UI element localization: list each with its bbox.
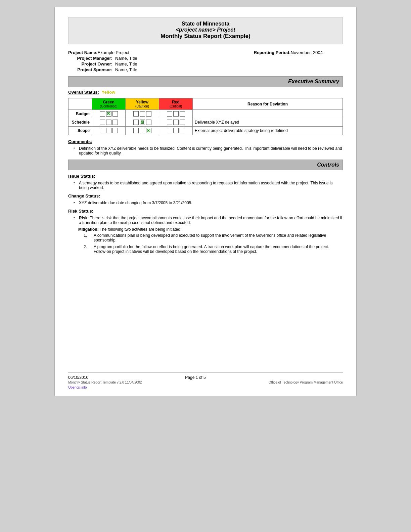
mitigation-list: A communications plan is being developed… [78,233,343,254]
risk-item-1: Risk: There is risk that the project acc… [75,216,343,225]
footer: 06/10/2010 Page 1 of 5 Monthly Status Re… [68,372,343,389]
scope-green [92,127,126,135]
scope-reason: External project deliverable strategy be… [193,127,343,135]
budget-label: Budget [68,110,92,118]
project-owner-value: Name, Title [115,61,137,66]
change-item-1: XYZ deliverable due date changing from 3… [75,201,343,205]
mitigation-prefix: Mitigation: [78,227,99,232]
schedule-label: Schedule [68,118,92,127]
mitigation-text: The following two activities are being i… [99,227,182,232]
reporting-period-value: November, 2004 [291,50,323,55]
budget-green-cb1 [100,111,105,117]
footer-bottom: Monthly Status Report Template v 2.0 11/… [68,381,343,384]
header-line1: State of Minnesota [75,21,336,27]
budget-yellow [126,110,159,118]
schedule-green-cb1 [100,120,105,125]
schedule-yellow-cb3 [146,120,151,125]
reporting-period-label: Reporting Period: [254,50,291,55]
schedule-green [92,118,126,127]
overall-status-value: Yellow [102,90,115,95]
issue-status-label: Issue Status: [68,174,343,179]
scope-red-cb3 [180,128,185,133]
project-owner-label: Project Owner: [68,61,115,66]
footer-date: 06/10/2010 [68,375,88,380]
schedule-yellow-cb2: ☒ [140,120,145,125]
controls-title: Controls [317,162,339,168]
project-name-label: Project Name: [68,50,97,55]
scope-red-cb1 [167,128,172,133]
project-name-value: Example Project [97,50,129,55]
schedule-green-cb2 [106,120,111,125]
schedule-red-cb3 [180,120,185,125]
budget-yellow-cb2 [140,111,145,117]
budget-red-cb2 [173,111,179,117]
table-row-schedule: Schedule ☒ [68,118,343,127]
project-sponsor-label: Project Sponsor: [68,67,115,72]
header-section: State of Minnesota <project name> Projec… [68,17,343,44]
schedule-red [159,118,193,127]
table-row-scope: Scope ☒ [68,127,343,135]
risk-list: Risk: There is risk that the project acc… [68,216,343,225]
mitigation-item-2: A program portfolio for the follow-on ef… [88,245,343,254]
risk-prefix: Risk: [79,216,89,220]
executive-summary-header: Executive Summary [68,76,343,87]
project-info-row-owner: Project Owner: Name, Title [68,61,343,66]
comments-label: Comments: [68,139,343,144]
page: State of Minnesota <project name> Projec… [54,7,357,396]
overall-status-label: Overall Status: [68,90,99,95]
footer-page: Page 1 of 5 [185,375,205,380]
footer-top: 06/10/2010 Page 1 of 5 [68,375,343,380]
budget-red-cb3 [180,111,185,117]
schedule-reason: Deliverable XYZ delayed [193,118,343,127]
status-table: Green (Controlled) Yellow (Caution) Red … [68,98,343,135]
schedule-red-cb2 [173,120,179,125]
project-manager-label: Project Manager: [68,56,115,61]
scope-yellow-cb2 [140,128,145,133]
executive-summary-title: Executive Summary [288,79,339,84]
header-line3: Monthly Status Report (Example) [75,33,336,40]
header-reason: Reason for Deviation [193,98,343,110]
project-manager-value: Name, Title [115,56,137,61]
scope-green-cb3 [112,128,118,133]
schedule-red-cb1 [167,120,172,125]
scope-green-cb2 [106,128,111,133]
budget-yellow-cb3 [146,111,151,117]
budget-red [159,110,193,118]
project-info-row-manager: Project Manager: Name, Title [68,56,343,61]
scope-red-cb2 [173,128,179,133]
controls-section: Issue Status: A strategy needs to be est… [68,174,343,254]
change-status-label: Change Status: [68,193,343,198]
project-info-row-name: Project Name: Example Project Reporting … [68,50,343,55]
header-green: Green (Controlled) [92,98,126,110]
scope-label: Scope [68,127,92,135]
budget-yellow-cb1 [133,111,139,117]
risk-text: There is risk that the project accomplis… [79,216,342,225]
header-red: Red (Critical) [159,98,193,110]
table-row-budget: Budget ☒ [68,110,343,118]
header-yellow: Yellow (Caution) [126,98,159,110]
risk-status-label: Risk Status: [68,209,343,214]
scope-yellow: ☒ [126,127,159,135]
scope-red [159,127,193,135]
budget-green-cb3 [112,111,118,117]
budget-green-cb2: ☒ [106,111,111,117]
main-content: Overall Status: Yellow Green (Controlled… [68,90,343,372]
project-sponsor-value: Name, Title [115,67,137,72]
schedule-yellow-cb1 [133,120,139,125]
comment-item-1: Definition of the XYZ deliverable needs … [75,146,343,156]
header-line2: <project name> Project [75,27,336,33]
change-list: XYZ deliverable due date changing from 3… [68,201,343,205]
overall-status-row: Overall Status: Yellow [68,90,343,95]
comments-list: Definition of the XYZ deliverable needs … [68,146,343,156]
controls-header: Controls [68,160,343,170]
scope-yellow-cb1 [133,128,139,133]
budget-green: ☒ [92,110,126,118]
footer-watermark: Opencsi.info [68,386,343,389]
mitigation-item-1: A communications plan is being developed… [88,233,343,242]
footer-office: Office of Technology Program Management … [269,381,343,384]
footer-template: Monthly Status Report Template v 2.0 11/… [68,381,142,384]
issue-item-1: A strategy needs to be established and a… [75,181,343,190]
budget-red-cb1 [167,111,172,117]
issue-list: A strategy needs to be established and a… [68,181,343,190]
schedule-yellow: ☒ [126,118,159,127]
